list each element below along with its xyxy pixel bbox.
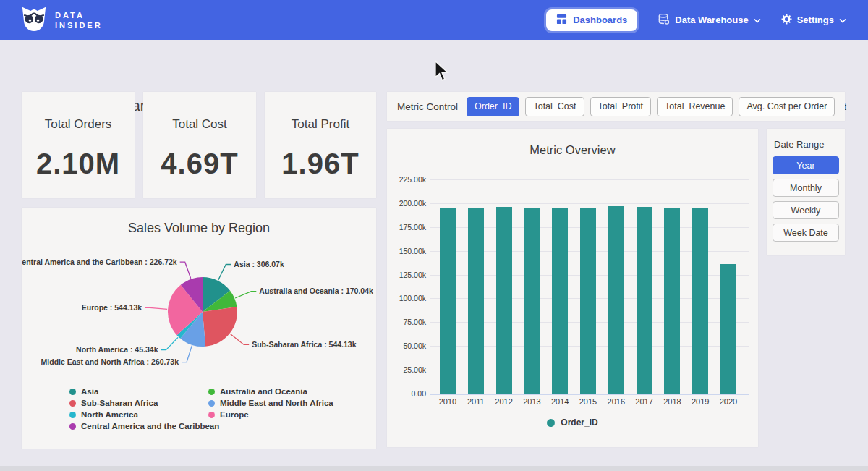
pie-leader-line <box>161 337 179 349</box>
y-axis-tick-label: 150.00k <box>387 247 426 255</box>
pie-chart-title: Sales Volume by Region <box>22 221 376 236</box>
metric-option-avg-cost-per-order[interactable]: Avg. Cost per Order <box>739 97 835 116</box>
legend-item-europe[interactable]: Europe <box>208 409 333 420</box>
kpi-value: 4.69T <box>143 148 256 180</box>
kpi-label: Total Cost <box>143 117 256 132</box>
bar-2020[interactable] <box>720 264 736 394</box>
pie-slice-sub-saharan-africa[interactable] <box>203 307 237 347</box>
y-axis-tick-label: 50.00k <box>387 341 426 350</box>
date-range-monthly[interactable]: Monthly <box>773 179 839 197</box>
data-warehouse-menu[interactable]: Data Warehouse <box>658 13 760 27</box>
pie-slice-label: Sub-Saharan Africa : 544.13k <box>252 340 356 349</box>
data-warehouse-label: Data Warehouse <box>675 14 748 25</box>
legend-label: Australia and Oceania <box>220 387 307 396</box>
bar-chart-title: Metric Overview <box>387 143 758 157</box>
pie-leader-line <box>235 292 256 298</box>
bar-2017[interactable] <box>637 207 652 394</box>
x-axis-tick-label: 2012 <box>490 397 519 406</box>
metric-control-bar: Metric Control Order_IDTotal_CostTotal_P… <box>387 92 845 121</box>
pie-leader-line <box>230 334 249 345</box>
pie-slice-label: Middle East and North Africa : 260.73k <box>41 357 179 366</box>
metric-control-buttons: Order_IDTotal_CostTotal_ProfitTotal_Reve… <box>467 97 835 116</box>
gear-icon <box>781 14 792 27</box>
metric-option-order-id[interactable]: Order_ID <box>467 97 519 116</box>
bar-2018[interactable] <box>664 208 680 394</box>
date-range-panel: Date Range YearMonthlyWeeklyWeek Date <box>767 129 845 255</box>
bar-2014[interactable] <box>552 208 568 394</box>
date-range-week-date[interactable]: Week Date <box>773 224 839 242</box>
bar-2015[interactable] <box>580 208 596 394</box>
x-axis-tick-label: 2017 <box>630 397 659 406</box>
dashboards-button[interactable]: Dashboards <box>546 9 637 31</box>
bar-2011[interactable] <box>468 208 484 394</box>
dashboards-label: Dashboards <box>573 14 627 25</box>
grid-line <box>430 179 749 180</box>
legend-label: Europe <box>220 410 249 419</box>
x-axis-tick-label: 2019 <box>686 397 715 406</box>
legend-label: Middle East and North Africa <box>220 399 333 407</box>
kpi-label: Total Orders <box>22 117 135 132</box>
x-axis-tick-label: 2015 <box>574 397 603 406</box>
y-axis-tick-label: 200.00k <box>387 199 426 208</box>
legend-dot <box>69 412 76 418</box>
brand-line1: DATA <box>55 10 103 20</box>
x-axis-tick-label: 2016 <box>602 397 631 406</box>
date-range-buttons: YearMonthlyWeeklyWeek Date <box>773 156 839 242</box>
bar-2012[interactable] <box>496 207 512 394</box>
date-range-year[interactable]: Year <box>773 156 839 174</box>
date-range-weekly[interactable]: Weekly <box>773 201 839 219</box>
legend-item-australia-and-oceania[interactable]: Australia and Oceania <box>208 386 333 397</box>
legend-label: Sub-Saharan Africa <box>81 399 158 407</box>
x-axis-tick-label: 2020 <box>714 397 743 406</box>
legend-dot <box>69 389 76 395</box>
bar-chart-card: Metric Overview 0.0025.00k50.00k75.00k10… <box>387 129 758 447</box>
pie-slice-label: Europe : 544.13k <box>82 303 142 312</box>
legend-item-central-america-and-the-caribbean[interactable]: Central America and the Caribbean <box>69 420 219 432</box>
y-axis-tick-label: 125.00k <box>387 271 426 279</box>
pie-leader-line <box>145 307 167 309</box>
metric-option-total-profit[interactable]: Total_Profit <box>590 97 652 116</box>
legend-item-north-america[interactable]: North America <box>69 409 219 420</box>
legend-label: Central America and the Caribbean <box>81 422 219 430</box>
kpi-card-total-profit: Total Profit 1.96T <box>265 92 376 198</box>
legend-item-middle-east-and-north-africa[interactable]: Middle East and North Africa <box>208 397 333 409</box>
subheader: Sales Dashboard Add Filter Boost: Off <box>0 40 868 89</box>
pie-slice-label: Asia : 306.07k <box>234 260 284 268</box>
legend-dot <box>208 389 215 395</box>
metric-option-total-revenue[interactable]: Total_Revenue <box>657 97 733 116</box>
brand[interactable]: DATA INSIDER <box>20 5 103 35</box>
legend-dot <box>208 400 215 407</box>
legend-series-label: Order_ID <box>561 417 597 428</box>
legend-dot <box>208 412 215 418</box>
x-axis-tick-label: 2018 <box>658 397 686 406</box>
dashboard-grid-icon <box>556 14 567 27</box>
y-axis-tick-label: 25.00k <box>387 365 426 374</box>
y-axis-tick-label: 0.00 <box>387 389 426 398</box>
pie-slice-label: Central America and the Caribbean : 226.… <box>22 258 177 266</box>
legend-item-asia[interactable]: Asia <box>69 386 219 397</box>
y-axis-tick-label: 225.00k <box>387 175 426 184</box>
legend-label: Asia <box>81 387 98 396</box>
database-icon <box>658 13 670 27</box>
bar-2016[interactable] <box>608 206 624 394</box>
legend-label: North America <box>81 410 138 419</box>
bar-2010[interactable] <box>440 208 456 394</box>
x-axis-line <box>430 394 749 395</box>
pie-slice-label: Australia and Oceania : 170.04k <box>259 287 373 295</box>
settings-menu[interactable]: Settings <box>781 14 846 27</box>
date-range-label: Date Range <box>774 139 839 150</box>
kpi-label: Total Profit <box>265 117 376 132</box>
bar-2013[interactable] <box>524 208 540 394</box>
metric-option-total-cost[interactable]: Total_Cost <box>525 97 584 116</box>
bar-2019[interactable] <box>692 208 708 394</box>
brand-line2: INSIDER <box>55 20 103 30</box>
bottom-strip <box>0 466 868 471</box>
legend-dot <box>547 419 555 427</box>
legend-item-sub-saharan-africa[interactable]: Sub-Saharan Africa <box>69 397 219 409</box>
x-axis-tick-label: 2014 <box>545 397 574 406</box>
x-axis-tick-label: 2011 <box>461 397 490 406</box>
pie-leader-line <box>182 346 192 362</box>
kpi-value: 1.96T <box>265 148 376 180</box>
legend-dot <box>69 423 76 430</box>
kpi-card-total-orders: Total Orders 2.10M <box>22 92 135 198</box>
